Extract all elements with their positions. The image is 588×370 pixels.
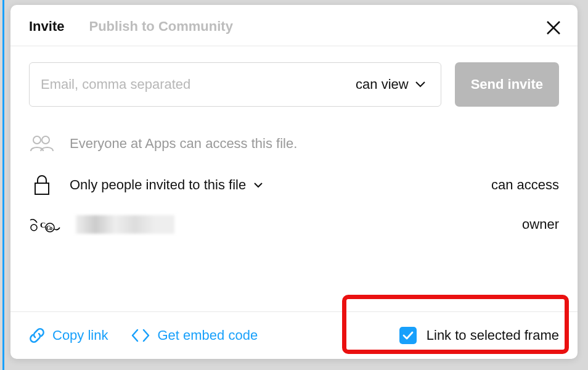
svg-point-1 [42,136,49,144]
svg-point-0 [33,136,41,144]
chevron-down-icon [415,81,426,88]
org-access-text: Everyone at Apps can access this file. [70,136,297,152]
user-role: owner [522,216,559,232]
lock-icon [33,175,51,195]
check-icon [402,331,414,340]
close-icon [545,20,561,36]
modal-footer: Copy link Get embed code Link to selecte… [10,311,578,359]
scope-select[interactable]: Only people invited to this file [70,177,263,193]
scope-label: Only people invited to this file [70,177,246,193]
email-field-wrap: can view [29,62,441,107]
permission-select[interactable]: can view [352,76,430,92]
svg-text:Co: Co [46,224,52,231]
user-name [76,215,174,234]
chevron-down-icon [253,182,263,188]
svg-text:C: C [40,220,46,229]
copy-link-label: Copy link [52,327,108,343]
modal-tabs: Invite Publish to Community [10,5,578,46]
access-section: Everyone at Apps can access this file. O… [29,124,559,242]
email-input[interactable] [41,76,352,92]
tab-invite[interactable]: Invite [29,18,64,35]
code-icon [131,329,150,342]
scope-right-label: can access [491,177,559,193]
invite-row: can view Send invite [29,62,559,107]
scope-row: Only people invited to this file can acc… [29,163,559,207]
link-selected-checkbox[interactable] [399,327,417,344]
modal-body: can view Send invite Everyone at Apps ca… [10,46,578,311]
send-invite-button[interactable]: Send invite [455,62,559,107]
share-modal: Invite Publish to Community can view Sen… [10,5,578,359]
user-row: C Co owner [29,207,559,242]
svg-rect-2 [35,183,49,194]
tab-publish[interactable]: Publish to Community [89,18,232,35]
link-selected-frame: Link to selected frame [399,327,559,344]
close-button[interactable] [545,20,561,38]
copy-link-button[interactable]: Copy link [29,327,108,343]
embed-label: Get embed code [157,327,258,343]
embed-button[interactable]: Get embed code [131,327,258,343]
svg-point-3 [31,224,37,231]
avatar: C Co [29,215,61,234]
link-icon [29,327,45,343]
people-icon [30,135,54,152]
link-selected-label: Link to selected frame [427,327,559,343]
permission-selected-label: can view [356,76,409,92]
org-access-row: Everyone at Apps can access this file. [29,124,559,163]
